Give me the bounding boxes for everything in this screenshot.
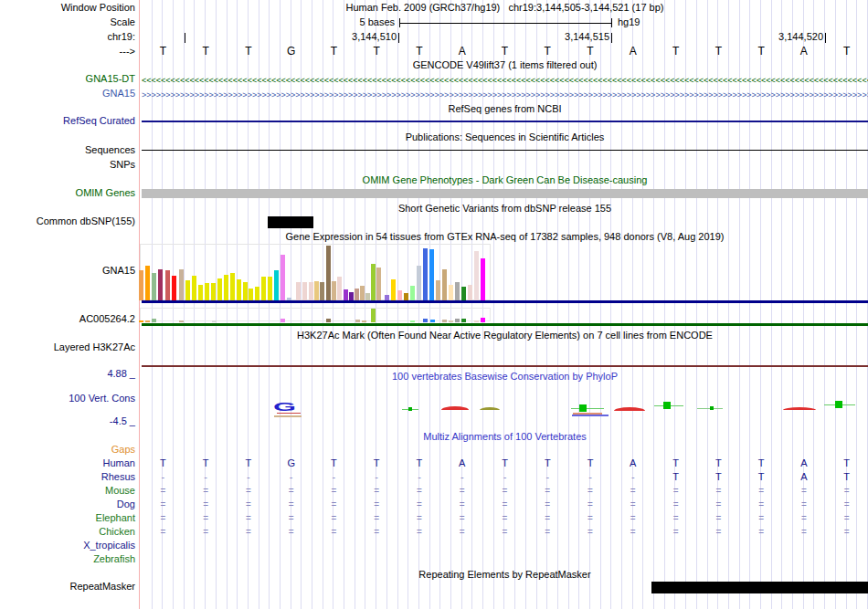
ruler-tick-3: [825, 33, 826, 43]
gtex-expression-bar-22: [281, 255, 285, 300]
phylop-mark-line-1: [274, 415, 302, 417]
gtex-expression-bar-45: [423, 248, 428, 300]
ruler-tick-label-3: 3,144,520: [732, 31, 823, 42]
track-label-rhesus[interactable]: Rhesus: [0, 471, 135, 483]
track-label-refseq-curated[interactable]: RefSeq Curated: [0, 115, 135, 127]
dbsnp-variant-box[interactable]: [268, 216, 313, 228]
track-label-mouse[interactable]: Mouse: [0, 485, 135, 497]
align-chicken-cell-4: =: [327, 526, 340, 538]
align-chicken-cell-0: =: [156, 526, 169, 538]
track-title-h3k27ac-title[interactable]: H3K27Ac Mark (Often Found Near Active Re…: [142, 330, 868, 341]
align-rhesus-gaps-cell-11: -: [627, 471, 640, 483]
ac005264-expression-bar-6: [326, 319, 331, 322]
track-label-x-tropicalis[interactable]: X_tropicalis: [0, 540, 135, 551]
phylop-mark-sq-4: [408, 407, 412, 411]
gtex-expression-bar-32: [344, 289, 348, 300]
gtex-expression-bar-10: [205, 283, 209, 300]
gtex-expression-bar-0: [139, 270, 143, 300]
track-title-refseq-title[interactable]: RefSeq genes from NCBI: [142, 103, 868, 115]
track-title-gencode-title[interactable]: GENCODE V49lift37 (1 items filtered out): [142, 59, 868, 71]
track-title-position-title: Human Feb. 2009 (GRCh37/hg19) chr19:3,14…: [142, 2, 868, 14]
track-label-elephant[interactable]: Elephant: [0, 512, 135, 524]
track-title-multiz-title[interactable]: Multiz Alignments of 100 Vertebrates: [142, 431, 868, 443]
phylop-mark-sq-18: [835, 401, 842, 408]
gtex-expression-bar-9: [198, 285, 203, 300]
align-mouse-cell-2: =: [242, 485, 255, 497]
gtex-expression-bar-35: [360, 286, 365, 300]
gtex-expression-bar-4: [165, 270, 170, 300]
phylop-mark-arc-16: [783, 407, 816, 410]
track-title-dbsnp-title[interactable]: Short Genetic Variants from dbSNP releas…: [142, 203, 868, 215]
refseq-curated-line[interactable]: [142, 121, 868, 122]
track-label-gna15-gene[interactable]: GNA15: [0, 88, 135, 100]
gtex-expression-bar-47: [436, 280, 440, 300]
align-mouse-cell-15: =: [798, 485, 810, 497]
track-label-chicken[interactable]: Chicken: [0, 526, 135, 538]
align-human-cell-9: T: [541, 457, 554, 469]
gtex-expression-bar-5: [172, 276, 176, 300]
ruler-bases-cell-2: T: [242, 46, 255, 58]
align-human-cell-16: T: [841, 457, 853, 469]
align-human-cell-3: G: [285, 457, 298, 469]
align-rhesus-bases-cell-12: T: [670, 471, 683, 483]
track-label-vert-cons[interactable]: 100 Vert. Cons: [0, 393, 135, 404]
ac005264-gene-line[interactable]: [142, 323, 868, 326]
align-dog-cell-14: =: [755, 499, 767, 510]
align-mouse-cell-3: =: [285, 485, 298, 497]
gtex-expression-bar-28: [320, 282, 324, 300]
track-label-zebrafish[interactable]: Zebrafish: [0, 553, 135, 565]
track-label-ac005264[interactable]: AC005264.2: [0, 313, 135, 325]
track-label-dog[interactable]: Dog: [0, 499, 135, 510]
gtex-expression-bar-43: [410, 286, 415, 300]
gtex-expression-bar-19: [261, 277, 266, 300]
ruler-bases-cell-6: T: [413, 46, 426, 58]
align-dog-cell-11: =: [627, 499, 640, 510]
gna15-dt-model[interactable]: <<<<<<<<<<<<<<<<<<<<<<<<<<<<<<<<<<<<<<<<…: [142, 75, 868, 86]
scale-genome-label: hg19: [618, 16, 640, 27]
track-title-omim-title[interactable]: OMIM Gene Phenotypes - Dark Green Can Be…: [142, 174, 868, 186]
align-rhesus-bases-cell-14: T: [755, 471, 767, 483]
track-label-sequences[interactable]: Sequences: [0, 144, 135, 156]
gtex-expression-bar-20: [268, 277, 272, 300]
gtex-expression-bar-3: [158, 269, 163, 300]
repeatmasker-element[interactable]: [651, 582, 868, 593]
track-label-common-dbsnp[interactable]: Common dbSNP(155): [0, 215, 135, 227]
gtex-expression-bar-51: [461, 287, 466, 300]
track-label-omim-genes[interactable]: OMIM Genes: [0, 187, 135, 199]
align-rhesus-gaps-cell-10: -: [584, 471, 597, 483]
ac005264-expression-bar-7: [355, 320, 360, 322]
track-label-human[interactable]: Human: [0, 457, 135, 469]
align-dog-cell-9: =: [541, 499, 554, 510]
align-rhesus-gaps-cell-7: -: [456, 471, 469, 483]
track-title-publications-title[interactable]: Publications: Sequences in Scientific Ar…: [142, 131, 868, 143]
track-label-gaps[interactable]: Gaps: [0, 444, 135, 456]
track-label-layered-h3k27ac[interactable]: Layered H3K27Ac: [0, 341, 135, 353]
align-elephant-cell-6: =: [413, 512, 426, 524]
track-label-snps[interactable]: SNPs: [0, 159, 135, 171]
gtex-expression-bar-25: [302, 282, 307, 300]
track-label-gtex-gna15[interactable]: GNA15: [0, 265, 135, 277]
track-label-gna15-dt[interactable]: GNA15-DT: [0, 73, 135, 85]
ruler-bases-cell-15: A: [798, 46, 810, 58]
ruler-bases-cell-14: T: [755, 46, 767, 58]
ruler-bases-cell-8: T: [499, 46, 512, 58]
align-rhesus-gaps-cell-3: -: [285, 471, 298, 483]
ruler-tick-label-2: 3,144,515: [518, 31, 609, 42]
ac005264-expression-bar-10: [410, 320, 415, 322]
gtex-expression-bar-18: [255, 287, 259, 300]
track-label-repeatmasker[interactable]: RepeatMasker: [0, 581, 135, 593]
sequences-line[interactable]: [142, 150, 868, 151]
align-elephant-cell-13: =: [712, 512, 725, 524]
ac005264-expression-bar-16: [461, 319, 466, 322]
phylop-mark-line-10: [572, 415, 609, 416]
gna15-model[interactable]: >>>>>>>>>>>>>>>>>>>>>>>>>>>>>>>>>>>>>>>>…: [142, 89, 868, 100]
gtex-expression-bar-15: [237, 279, 241, 300]
omim-genes-bar[interactable]: [142, 189, 868, 198]
track-title-gtex-title[interactable]: Gene Expression in 54 tissues from GTEx …: [142, 231, 868, 243]
align-dog-cell-6: =: [413, 499, 426, 510]
track-title-phylop-title[interactable]: 100 vertebrates Basewise Conservation by…: [142, 371, 868, 383]
align-mouse-cell-6: =: [413, 485, 426, 497]
align-elephant-cell-2: =: [242, 512, 255, 524]
track-title-repeatmasker-title[interactable]: Repeating Elements by RepeatMasker: [142, 569, 868, 581]
align-dog-cell-4: =: [327, 499, 340, 510]
